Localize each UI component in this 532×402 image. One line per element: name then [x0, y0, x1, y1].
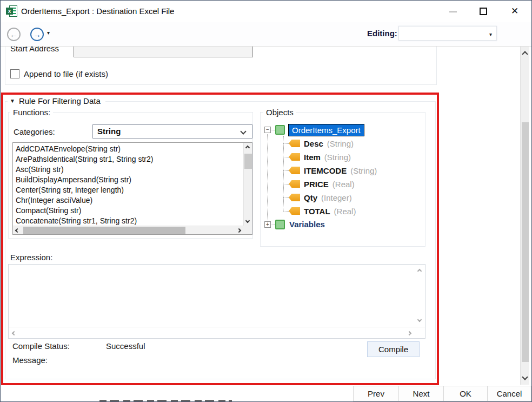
tree-connector — [283, 157, 289, 157]
expression-label: Expression: — [10, 253, 52, 262]
back-button[interactable]: ← — [7, 28, 21, 41]
scroll-up-icon[interactable] — [417, 269, 422, 273]
editing-label: Editing: — [367, 29, 397, 38]
minimize-icon — [449, 11, 457, 12]
field-tag-icon — [289, 153, 300, 161]
tree-connector — [267, 134, 268, 223]
scroll-down-icon[interactable] — [522, 374, 528, 380]
field-type: (Integer) — [321, 193, 352, 202]
scrollbar-thumb[interactable] — [244, 154, 252, 169]
field-name: ITEMCODE — [304, 166, 347, 175]
tree-collapse-toggle[interactable]: − — [264, 127, 271, 133]
message-label: Message: — [12, 355, 48, 365]
scrollbar-thumb[interactable] — [522, 122, 529, 362]
forward-dropdown-caret-icon[interactable]: ▾ — [47, 30, 50, 36]
tree-variables-node[interactable]: Variables — [289, 220, 325, 229]
scroll-right-icon[interactable] — [407, 331, 411, 335]
tree-connector — [283, 136, 284, 212]
cancel-button[interactable]: Cancel — [487, 386, 531, 401]
function-list-item[interactable]: Compact(String str) — [14, 206, 243, 216]
field-type: (String) — [350, 166, 377, 175]
tree-field-row[interactable]: Desc (String) — [289, 138, 354, 149]
scrollbar-thumb[interactable] — [23, 227, 185, 234]
function-list-item[interactable]: ArePathsIdentical(String str1, String st… — [14, 154, 243, 164]
expression-input[interactable] — [8, 264, 425, 339]
tree-root-node-selected[interactable]: OrderItems_Export — [288, 124, 364, 136]
main-vertical-scrollbar[interactable] — [520, 47, 529, 385]
editing-dropdown[interactable]: ▾ — [398, 26, 497, 41]
scroll-down-icon[interactable] — [245, 219, 250, 223]
function-list-item[interactable]: Asc(String str) — [14, 164, 243, 175]
compile-status-value: Successful — [106, 341, 145, 351]
tree-connector — [283, 211, 289, 212]
window-title: OrderItems_Export : Destination Excel Fi… — [21, 6, 174, 16]
rule-section-header[interactable]: ▼ Rule For Filtering Data — [8, 96, 105, 106]
field-name: Qty — [304, 193, 317, 202]
tree-connector — [283, 184, 289, 184]
functions-vertical-scrollbar[interactable] — [243, 143, 252, 226]
top-groupbox-left-border — [5, 47, 5, 84]
scroll-right-icon[interactable] — [237, 228, 241, 233]
function-list-item[interactable]: BuildDisplayAmpersand(String str) — [14, 175, 243, 185]
scroll-down-icon[interactable] — [417, 318, 422, 322]
function-list-item[interactable]: Center(String str, Integer length) — [14, 185, 243, 195]
scroll-left-icon[interactable] — [12, 331, 16, 335]
chevron-down-icon: ▾ — [489, 31, 492, 37]
maximize-button[interactable] — [474, 3, 493, 19]
tree-connector — [283, 197, 289, 198]
tree-field-row[interactable]: Qty (Integer) — [289, 192, 352, 203]
field-tag-icon — [289, 194, 300, 201]
field-type: (Real) — [334, 207, 356, 216]
categories-dropdown-value: String — [97, 127, 121, 136]
compile-button[interactable]: Compile — [367, 341, 420, 357]
scroll-up-icon[interactable] — [522, 51, 528, 57]
close-button[interactable]: ✕ — [506, 3, 524, 19]
variables-node-icon — [275, 220, 285, 229]
field-type: (String) — [327, 139, 354, 148]
compile-status-label: Compile Status: — [12, 341, 70, 351]
field-tag-icon — [289, 207, 300, 215]
field-tag-icon — [289, 167, 300, 174]
functions-list: AddCDATAEnvelope(String str) ArePathsIde… — [14, 144, 243, 225]
functions-label: Functions: — [10, 108, 53, 117]
tree-field-row[interactable]: TOTAL (Real) — [289, 206, 356, 216]
tree-connector — [283, 170, 289, 171]
append-to-file-label: Append to file (if exists) — [24, 69, 108, 78]
field-name: PRICE — [304, 180, 329, 189]
maximize-icon — [480, 8, 487, 15]
chevron-down-icon — [240, 128, 246, 134]
ok-button[interactable]: OK — [443, 386, 488, 401]
tree-field-row[interactable]: Item (String) — [289, 151, 351, 162]
field-type: (Real) — [332, 180, 355, 189]
tree-connector — [283, 143, 289, 144]
append-to-file-checkbox[interactable] — [10, 69, 19, 78]
minimize-button[interactable] — [444, 3, 462, 19]
categories-dropdown[interactable]: String — [92, 124, 252, 139]
excel-file-icon: x — [6, 5, 18, 17]
table-node-icon — [275, 125, 285, 135]
prev-button[interactable]: Prev — [353, 386, 399, 401]
function-list-item[interactable]: Chr(Integer asciiValue) — [14, 195, 243, 206]
field-tag-icon — [289, 180, 300, 188]
tree-expand-toggle[interactable]: + — [264, 221, 271, 228]
dialog-window: x OrderItems_Export : Destination Excel … — [0, 0, 532, 402]
top-groupbox-bottom-border — [5, 84, 437, 85]
field-name: TOTAL — [304, 207, 330, 216]
function-list-item[interactable]: Concatenate(String str1, String str2) — [14, 216, 243, 225]
scroll-left-icon[interactable] — [15, 228, 19, 233]
tree-field-row[interactable]: PRICE (Real) — [289, 179, 355, 189]
scrollbar-divider — [9, 327, 425, 327]
function-list-item[interactable]: AddCDATAEnvelope(String str) — [14, 144, 243, 154]
collapse-triangle-icon: ▼ — [10, 98, 15, 104]
scroll-up-icon[interactable] — [245, 146, 250, 150]
functions-horizontal-scrollbar[interactable] — [13, 226, 243, 234]
field-type: (String) — [324, 153, 351, 162]
field-tag-icon — [289, 140, 300, 147]
rule-section-title: Rule For Filtering Data — [19, 96, 101, 106]
tree-field-row[interactable]: ITEMCODE (String) — [289, 165, 377, 176]
next-button[interactable]: Next — [398, 386, 444, 401]
forward-button[interactable]: → — [30, 28, 44, 41]
title-bar: x OrderItems_Export : Destination Excel … — [1, 1, 531, 22]
functions-listbox[interactable]: AddCDATAEnvelope(String str) ArePathsIde… — [12, 142, 252, 235]
categories-label: Categories: — [14, 127, 55, 136]
